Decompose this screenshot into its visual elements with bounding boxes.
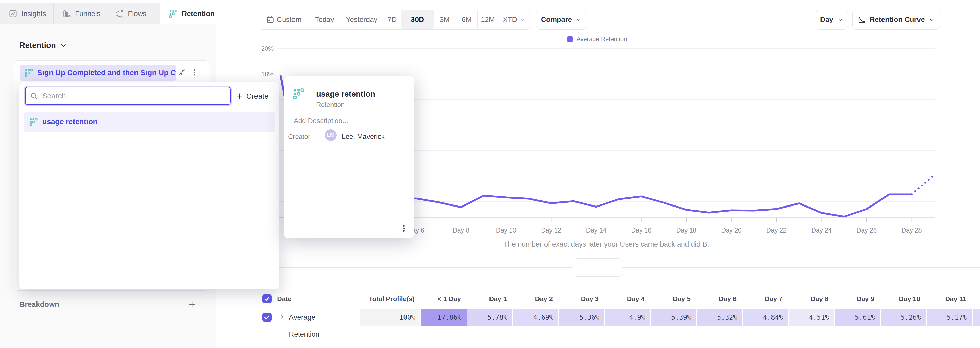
select-all-checkbox[interactable] [262,294,272,304]
event-pill[interactable]: Sign Up Completed and then Sign Up Co... [20,65,176,81]
tab-label: Insights [21,10,46,18]
column-header: Day 1 [467,293,512,305]
range-label: Today [315,16,334,24]
y-axis-label: 20% [261,45,274,52]
column-header: Day 4 [605,293,650,305]
report-type: Retention [316,101,345,109]
search-result-label: usage retention [42,117,97,126]
add-description-button[interactable]: + Add Description... [288,117,348,125]
column-header: Day 6 [697,293,742,305]
range-today[interactable]: Today [309,10,340,29]
total-profiles-cell[interactable]: 100% [360,309,420,326]
range-label: Yesterday [346,16,377,24]
x-axis-label: Day 26 [856,227,877,234]
legend-label: Average Retention [576,35,627,43]
event-pill-label: Sign Up Completed and then Sign Up Co... [37,69,176,77]
range-3m[interactable]: 3M [434,10,456,29]
chevron-down-icon [520,17,526,23]
retention-icon [24,69,33,77]
range-label: XTD [503,16,517,24]
range-label: 7D [388,16,397,24]
range-6m[interactable]: 6M [456,10,478,29]
retention-cell[interactable]: 5.39% [651,309,696,326]
retention-cell[interactable]: 5.78% [467,309,512,326]
range-xtd[interactable]: XTD [498,10,531,29]
range-label: 12M [481,16,495,24]
column-header: Day 3 [559,293,605,305]
retention-cell[interactable]: 5.61% [835,309,880,326]
report-type-selector[interactable]: Retention [19,41,67,50]
row-checkbox[interactable] [262,313,272,322]
compare-button[interactable]: Compare [536,10,587,30]
range-30d[interactable]: 30D [401,10,434,29]
chevron-down-icon [576,16,582,23]
granularity-button[interactable]: Day [816,10,848,30]
x-axis-label: Day 24 [811,227,832,234]
collapse-icon[interactable] [178,69,186,76]
flows-icon [115,9,124,18]
x-axis-label: Day 18 [676,227,697,234]
column-header-date: Date [277,293,291,305]
chart-legend[interactable]: Average Retention [567,35,627,43]
range-label: 6M [462,16,472,24]
retention-icon [169,9,178,18]
avatar: LM [325,129,337,141]
retention-cell[interactable]: 4.84% [743,309,788,326]
column-header: Day 9 [835,293,880,305]
search-input[interactable] [42,92,230,100]
chart-view-button[interactable]: Retention Curve [853,10,940,30]
column-header: Day 5 [651,293,696,305]
retention-cell[interactable]: 4.51% [789,309,834,326]
search-icon [30,92,38,100]
creator-label: Creator [288,133,310,141]
retention-cell[interactable]: 5.32% [697,309,742,326]
retention-cell[interactable]: 5.26% [881,309,926,326]
range-12m[interactable]: 12M [478,10,498,29]
row-label: Average Retention [289,309,320,326]
x-axis-label: Day 22 [767,227,787,234]
retention-cell[interactable]: 17.86% [422,309,466,326]
column-header: Total Profile(s) [360,293,420,305]
column-header: < 1 Day [422,293,466,305]
create-label: Create [246,92,269,100]
plus-icon [236,93,243,100]
range-custom[interactable]: Custom [259,10,309,29]
retention-cell[interactable]: 5.17% [927,309,972,326]
chevron-right-icon[interactable] [279,313,285,321]
retention-report-screen: 20%18%Day 6Day 8Day 10Day 12Day 14Day 16… [0,0,980,348]
kebab-icon[interactable] [190,68,199,76]
report-title: usage retention [316,90,375,99]
tab-insights[interactable]: Insights [0,3,54,24]
create-button[interactable]: Create [236,89,269,103]
retention-cell-clipped [973,309,980,326]
granularity-label: Day [820,16,833,24]
kebab-icon[interactable] [399,224,408,233]
retention-line-projection [912,175,934,194]
x-axis-label: Day 12 [541,227,561,234]
column-header: Day 11 [927,293,972,305]
plus-icon[interactable] [188,301,196,308]
tab-retention[interactable]: Retention [160,3,216,24]
date-range-bar: CustomTodayYesterday7D30D3M6M12MXTD [259,10,531,30]
retention-cell[interactable]: 4.9% [605,309,650,326]
insights-icon [9,9,18,18]
x-axis-label: Day 16 [631,227,651,234]
x-axis-label: Day 8 [453,227,469,234]
chevron-down-icon [928,16,935,23]
range-label: 30D [411,16,424,24]
legend-swatch [567,36,573,42]
chevron-down-icon [59,41,67,49]
range-yesterday[interactable]: Yesterday [340,10,383,29]
range-7d[interactable]: 7D [383,10,401,29]
retention-cell[interactable]: 5.36% [559,309,605,326]
retention-cell[interactable]: 4.69% [513,309,558,326]
chart-view-label: Retention Curve [870,16,924,24]
tab-funnels[interactable]: Funnels [54,3,107,24]
y-axis-label: 18% [261,71,274,78]
tab-flows[interactable]: Flows [107,3,160,24]
retention-curve-icon [857,15,866,24]
search-result-item[interactable]: usage retention [24,112,275,132]
retention-icon [29,117,38,126]
range-label: Custom [277,16,301,24]
breakdown-label: Breakdown [19,301,59,309]
